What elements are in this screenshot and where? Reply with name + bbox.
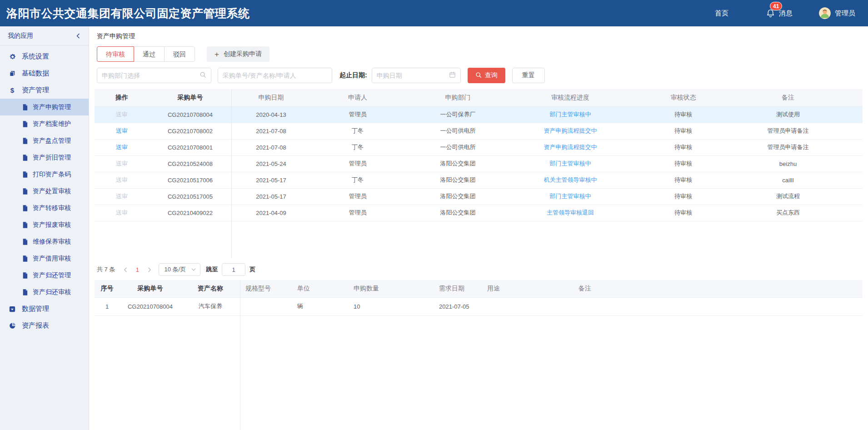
column-header: 申购日期	[231, 89, 311, 106]
purchase-date-cell: 2021-05-24	[231, 155, 311, 172]
filler-cell	[839, 155, 863, 172]
sidebar-item-label: 资产处置审核	[33, 187, 71, 195]
page-size-select[interactable]: 10 条/页	[159, 263, 200, 276]
progress-link[interactable]: 机关主管领导审核中	[544, 176, 597, 183]
sidebar-item-asset-borrow[interactable]: 资产借用审核	[0, 250, 89, 267]
file-icon	[21, 205, 29, 211]
sidebar-item-system-settings[interactable]: 系统设置	[0, 48, 89, 65]
tab-rejected[interactable]: 驳回	[164, 46, 195, 62]
submit-review-link[interactable]: 送审	[116, 160, 128, 167]
progress-link[interactable]: 资产申购流程提交中	[544, 144, 597, 150]
sidebar-item-maintenance-audit[interactable]: 维修保养审核	[0, 233, 89, 250]
department-cell: 洛阳公交集团	[404, 205, 511, 221]
progress-link[interactable]: 部门主管审核中	[550, 111, 591, 118]
messages-nav[interactable]: 41 消息	[766, 9, 793, 18]
sidebar-item-asset-archive[interactable]: 资产档案维护	[0, 115, 89, 132]
sidebar-item-asset-management[interactable]: $资产管理	[0, 82, 89, 99]
progress-cell: 资产申购流程提交中	[511, 123, 629, 139]
sidebar-item-asset-report[interactable]: 资产报表	[0, 317, 89, 334]
order-row[interactable]: 送审CG202105170052021-05-17管理员洛阳公交集团部门主管审核…	[95, 188, 863, 205]
tab-pending[interactable]: 待审核	[97, 46, 134, 62]
status-cell: 待审核	[629, 172, 737, 188]
order-no-cell: CG20210708002	[149, 123, 231, 139]
sidebar-item-label: 资产申购管理	[33, 103, 71, 111]
progress-link[interactable]: 部门主管审核中	[550, 160, 591, 167]
submit-review-link[interactable]: 送审	[116, 111, 128, 118]
progress-link[interactable]: 主管领导审核退回	[547, 209, 594, 216]
reset-button[interactable]: 重置	[512, 68, 545, 83]
pagination-next-button[interactable]	[143, 264, 155, 275]
sidebar-item-print-barcode[interactable]: 打印资产条码	[0, 166, 89, 183]
sidebar-item-label: 数据管理	[22, 305, 49, 313]
remark-cell: 测试使用	[737, 106, 839, 123]
sidebar-item-asset-scrap[interactable]: 资产报废审核	[0, 216, 89, 233]
messages-label: 消息	[779, 9, 793, 18]
user-menu[interactable]: 管理员	[819, 7, 855, 19]
sidebar-title: 我的应用	[8, 32, 33, 40]
progress-link[interactable]: 部门主管审核中	[550, 193, 591, 200]
pagination-current-page[interactable]: 1	[131, 264, 143, 275]
column-header: 审核状态	[629, 89, 737, 106]
sidebar-item-label: 维修保养审核	[33, 238, 71, 246]
calendar-icon	[449, 71, 456, 80]
department-cell: 洛阳公交集团	[404, 155, 511, 172]
pagination-prev-button[interactable]	[120, 264, 131, 275]
purchase-date-cell: 2021-07-08	[231, 123, 311, 139]
user-name: 管理员	[835, 9, 855, 18]
status-cell: 待审核	[629, 205, 737, 221]
status-cell: 待审核	[629, 155, 737, 172]
gear-icon	[9, 53, 16, 60]
search-button[interactable]: 查询	[468, 68, 505, 83]
jump-page-input[interactable]	[222, 263, 245, 276]
order-row[interactable]: 送审CG202105170062021-05-17丁冬洛阳公交集团机关主管领导审…	[95, 172, 863, 188]
sidebar-item-asset-disposal[interactable]: 资产处置审核	[0, 183, 89, 200]
chevron-down-icon	[191, 266, 196, 273]
sidebar-item-asset-inventory[interactable]: 资产盘点管理	[0, 132, 89, 149]
sidebar-item-asset-purchase[interactable]: 资产申购管理	[0, 99, 89, 115]
submit-review-link[interactable]: 送审	[116, 193, 128, 200]
date-picker-input[interactable]	[377, 72, 446, 79]
order-no-cell: CG20210708004	[149, 106, 231, 123]
order-row[interactable]: 送审CG202105240082021-05-24管理员洛阳公交集团部门主管审核…	[95, 155, 863, 172]
purchase-date-cell: 2020-04-13	[231, 106, 311, 123]
order-row[interactable]: 送审CG202107080012021-07-08丁冬一公司供电所资产申购流程提…	[95, 139, 863, 155]
department-cell: 洛阳公交集团	[404, 172, 511, 188]
app-layout: 我的应用 系统设置基础数据$资产管理资产申购管理资产档案维护资产盘点管理资产折旧…	[0, 26, 868, 430]
plus-icon: +	[215, 50, 219, 58]
sidebar-item-base-data[interactable]: 基础数据	[0, 65, 89, 82]
order-row[interactable]: 送审CG202104090222021-04-09管理员洛阳公交集团主管领导审核…	[95, 205, 863, 221]
file-icon	[21, 222, 29, 228]
submit-review-link[interactable]: 送审	[116, 209, 128, 216]
sidebar-item-asset-return-audit[interactable]: 资产归还审核	[0, 284, 89, 300]
sidebar-item-label: 资产报废审核	[33, 221, 71, 229]
submit-review-link[interactable]: 送审	[116, 127, 128, 134]
submit-review-link[interactable]: 送审	[116, 176, 128, 183]
pagination: 共 7 条 1 10 条/页 跳至 页	[89, 258, 868, 280]
avatar	[819, 7, 831, 19]
progress-link[interactable]: 资产申购流程提交中	[544, 127, 597, 134]
sidebar-item-label: 资产管理	[22, 86, 49, 95]
sidebar-item-asset-return-manage[interactable]: 资产归还管理	[0, 267, 89, 284]
file-icon	[21, 188, 29, 195]
dept-select-input[interactable]	[102, 72, 197, 79]
sidebar-item-data-management[interactable]: 数据管理	[0, 300, 89, 317]
tab-approved[interactable]: 通过	[134, 46, 165, 62]
detail-row[interactable]: 1CG20210708004汽车保养辆102021-07-05	[95, 297, 863, 315]
create-purchase-button[interactable]: + 创建采购申请	[207, 46, 269, 62]
order-row[interactable]: 送审CG202107080042020-04-13管理员一公司保养厂部门主管审核…	[95, 106, 863, 123]
order-no-cell: CG20210517006	[149, 172, 231, 188]
sidebar-item-label: 系统设置	[22, 52, 49, 61]
sidebar-item-asset-depreciation[interactable]: 资产折旧管理	[0, 149, 89, 166]
sidebar-collapse-button[interactable]	[75, 33, 81, 39]
sidebar-item-asset-transfer[interactable]: 资产转移审核	[0, 200, 89, 216]
purchase-date-cell: 2021-05-17	[231, 172, 311, 188]
file-icon	[21, 171, 29, 178]
file-icon	[21, 255, 29, 262]
status-cell: 待审核	[629, 123, 737, 139]
submit-review-link[interactable]: 送审	[116, 144, 128, 150]
order-no-cell: CG20210524008	[149, 155, 231, 172]
nav-home-link[interactable]: 首页	[715, 9, 728, 18]
keyword-input[interactable]	[223, 72, 327, 79]
filler-cell	[839, 188, 863, 205]
order-row[interactable]: 送审CG202107080022021-07-08丁冬一公司供电所资产申购流程提…	[95, 123, 863, 139]
